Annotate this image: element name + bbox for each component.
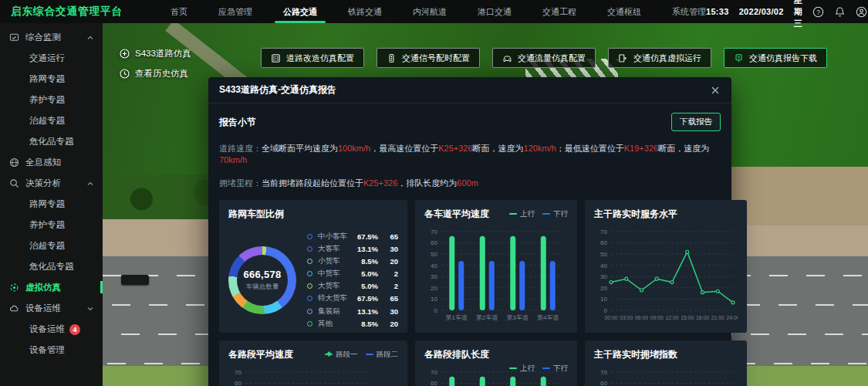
sidebar-item[interactable]: 治超专题 bbox=[0, 235, 103, 256]
sidebar-item-label: 虚拟仿真 bbox=[25, 282, 61, 293]
card-congestion-index: 主干路实时拥堵指数 010203040506070 bbox=[585, 340, 747, 386]
chevron-up-icon bbox=[87, 181, 93, 187]
toolbar-button-label: 交通仿真报告下载 bbox=[749, 52, 817, 64]
donut-wrap: 666,578 车辆总数量 中小客车67.5%65大客车13.1%30小货车8.… bbox=[228, 232, 398, 329]
sidebar-item[interactable]: 交通运行 bbox=[0, 48, 103, 69]
legend-item: 特大货车67.5%65 bbox=[307, 293, 398, 303]
sim-link[interactable]: 查看历史仿真 bbox=[120, 68, 191, 80]
legend-item: 上行 bbox=[509, 209, 535, 219]
sidebar-item[interactable]: 治超专题 bbox=[0, 110, 103, 131]
segment-speed-chart: 010203040506070 bbox=[228, 366, 372, 386]
sidebar-item-label: 养护专题 bbox=[29, 94, 65, 106]
svg-text:40: 40 bbox=[431, 262, 437, 269]
svg-text:20: 20 bbox=[600, 284, 607, 291]
sidebar-item-label: 全息感知 bbox=[25, 157, 61, 168]
bell-icon[interactable] bbox=[834, 6, 846, 18]
toolbar-button[interactable]: 交通信号配时配置 bbox=[377, 48, 480, 68]
svg-text:06:00: 06:00 bbox=[635, 315, 648, 320]
nav-item[interactable]: 公路交通 bbox=[283, 0, 317, 23]
card-queue-length: 各路段排队长度 上行下行 010203040506070 bbox=[415, 340, 577, 386]
legend-label: 大客车 bbox=[318, 244, 347, 254]
service-level-chart: 01020304050607000:0003:0006:0009:0012:00… bbox=[594, 225, 738, 323]
legend-value: 2 bbox=[381, 282, 398, 290]
legend-item: 下行 bbox=[542, 209, 568, 219]
vehicle-total-label: 车辆总数量 bbox=[246, 283, 279, 292]
toolbar-button[interactable]: 交通仿真报告下载 bbox=[724, 48, 827, 68]
sidebar-item[interactable]: 路网专题 bbox=[0, 69, 103, 90]
legend-label: 小货车 bbox=[318, 256, 347, 266]
nav-item[interactable]: 铁路交通 bbox=[348, 0, 382, 23]
sidebar-item[interactable]: 综合监测 bbox=[0, 27, 103, 48]
svg-text:0: 0 bbox=[604, 306, 608, 313]
card-title: 主干路实时服务水平 bbox=[594, 208, 738, 221]
clock-time: 15:33 bbox=[706, 7, 729, 16]
report-summary-header: 报告小节 下载报告 bbox=[208, 103, 731, 131]
legend-dot bbox=[307, 271, 312, 276]
card-title: 各路段排队长度 bbox=[424, 348, 568, 361]
svg-text:18:00: 18:00 bbox=[696, 315, 709, 320]
nav-item[interactable]: 内河航道 bbox=[413, 0, 447, 23]
legend-value: 20 bbox=[381, 257, 398, 266]
sidebar-item[interactable]: 养护专题 bbox=[0, 90, 103, 110]
chevron-up-icon bbox=[87, 35, 93, 41]
svg-text:70: 70 bbox=[431, 368, 437, 375]
traffic-light-icon bbox=[387, 53, 397, 63]
sidebar-item[interactable]: 设备管理 bbox=[0, 340, 103, 361]
report-section-title: 报告小节 bbox=[219, 116, 256, 129]
legend-percent: 13.1% bbox=[350, 307, 378, 316]
svg-text:24:00: 24:00 bbox=[726, 315, 738, 320]
sidebar-item[interactable]: 危化品专题 bbox=[0, 131, 103, 152]
legend-value: 65 bbox=[381, 294, 398, 303]
map-car bbox=[121, 275, 149, 285]
toolbar-button[interactable]: 交通仿真虚拟运行 bbox=[608, 48, 711, 68]
svg-text:第3车道: 第3车道 bbox=[507, 314, 529, 321]
toolbar-button[interactable]: 交通流量仿真配置 bbox=[492, 48, 596, 68]
sim-link[interactable]: S433道路仿真 bbox=[120, 48, 191, 59]
legend-dot bbox=[307, 296, 312, 301]
sidebar-item[interactable]: 设备运维4 bbox=[0, 319, 103, 340]
modal-header: S433道路仿真-交通仿真报告 bbox=[208, 77, 731, 103]
user-icon[interactable] bbox=[856, 6, 867, 18]
charts-grid: 路网车型比例 666,578 车辆总数量 中小客车67.5%65大客车13.1%… bbox=[208, 189, 731, 386]
globe-icon bbox=[9, 157, 19, 168]
sidebar-item[interactable]: 危化品专题 bbox=[0, 256, 103, 277]
svg-text:10: 10 bbox=[600, 296, 607, 303]
report-paragraphs: 道路速度：全域断面平均速度为100km/h，最高速位置位于K25+326断面，速… bbox=[208, 143, 731, 189]
card-title: 路网车型比例 bbox=[228, 208, 398, 221]
nav-item[interactable]: 港口交通 bbox=[478, 0, 512, 23]
monitor-icon bbox=[9, 32, 19, 42]
lane-speed-chart: 010203040506070第1车道第2车道第3车道第4车道 bbox=[424, 225, 568, 323]
sidebar-item[interactable]: 决策分析 bbox=[0, 173, 103, 194]
sidebar-item[interactable]: 虚拟仿真 bbox=[0, 277, 103, 298]
sidebar-item-label: 交通运行 bbox=[29, 52, 65, 64]
clock-date: 2022/03/02 bbox=[739, 7, 784, 16]
nav-item[interactable]: 交通枢纽 bbox=[607, 0, 641, 23]
legend-item: 大客车13.1%30 bbox=[307, 244, 398, 254]
nav-item[interactable]: 交通工程 bbox=[542, 0, 576, 23]
simulation-run-icon bbox=[618, 53, 628, 63]
sidebar-item[interactable]: 养护专题 bbox=[0, 215, 103, 235]
nav-item[interactable]: 首页 bbox=[171, 0, 187, 23]
legend-item: 路段一 bbox=[325, 350, 358, 360]
card-vehicle-mix: 路网车型比例 666,578 车辆总数量 中小客车67.5%65大客车13.1%… bbox=[219, 200, 407, 333]
legend-item: 上行 bbox=[509, 364, 535, 374]
toolbar-button[interactable]: 道路改造仿真配置 bbox=[261, 48, 364, 68]
question-icon[interactable]: ? bbox=[812, 6, 824, 18]
nav-item[interactable]: 应急管理 bbox=[218, 0, 252, 23]
sidebar-item-label: 路网专题 bbox=[29, 73, 65, 85]
vehicle-total-value: 666,578 bbox=[243, 269, 281, 280]
close-icon[interactable] bbox=[710, 85, 721, 96]
download-report-button[interactable]: 下载报告 bbox=[671, 113, 721, 131]
sidebar-item[interactable]: 路网专题 bbox=[0, 194, 103, 215]
toolbar-button-label: 交通仿真虚拟运行 bbox=[633, 52, 701, 64]
report-paragraph: 拥堵里程：当前拥堵路段起始位置位于K25+326，排队长度约为600m bbox=[208, 178, 731, 189]
sidebar-item[interactable]: 设备运维 bbox=[0, 298, 103, 319]
sidebar-item-label: 综合监测 bbox=[25, 32, 61, 43]
nav-item[interactable]: 系统管理 bbox=[672, 0, 706, 23]
legend-dot bbox=[307, 259, 312, 264]
legend-percent: 5.0% bbox=[350, 282, 378, 290]
main-nav: 首页应急管理公路交通铁路交通内河航道港口交通交通工程交通枢纽系统管理 bbox=[171, 0, 706, 23]
sidebar-item[interactable]: 全息感知 bbox=[0, 152, 103, 173]
legend-percent: 67.5% bbox=[350, 232, 378, 241]
chart-legend: 上行下行 bbox=[509, 209, 568, 219]
